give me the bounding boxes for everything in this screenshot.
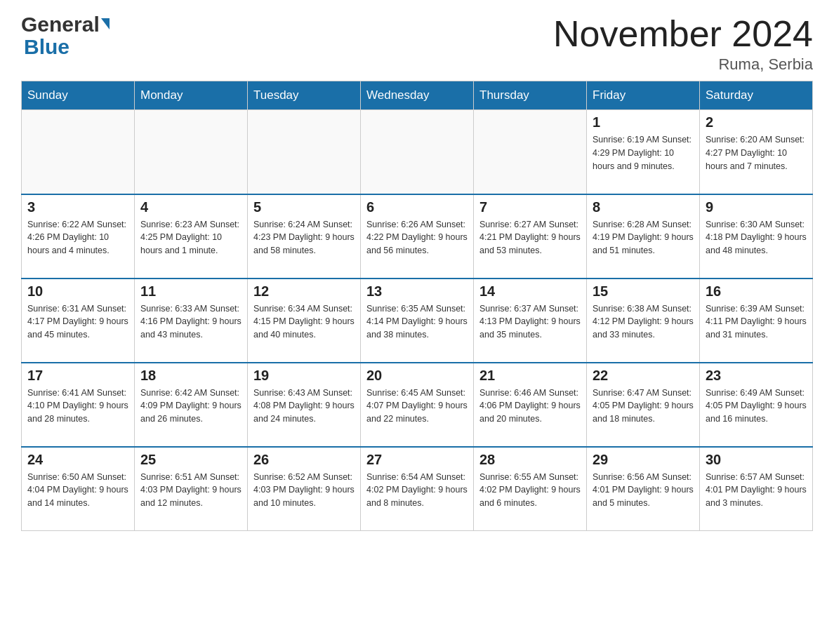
day-number: 21 <box>479 368 581 384</box>
day-number: 30 <box>706 452 807 468</box>
day-info: Sunrise: 6:45 AM Sunset: 4:07 PM Dayligh… <box>366 387 468 426</box>
day-info: Sunrise: 6:41 AM Sunset: 4:10 PM Dayligh… <box>27 387 128 426</box>
day-number: 6 <box>366 199 468 215</box>
calendar-week-2: 3Sunrise: 6:22 AM Sunset: 4:26 PM Daylig… <box>22 194 813 279</box>
day-info: Sunrise: 6:20 AM Sunset: 4:27 PM Dayligh… <box>706 133 807 173</box>
calendar-cell: 14Sunrise: 6:37 AM Sunset: 4:13 PM Dayli… <box>474 279 587 363</box>
day-number: 27 <box>366 452 468 468</box>
day-info: Sunrise: 6:49 AM Sunset: 4:05 PM Dayligh… <box>706 387 807 426</box>
day-info: Sunrise: 6:47 AM Sunset: 4:05 PM Dayligh… <box>593 387 694 426</box>
calendar-cell: 15Sunrise: 6:38 AM Sunset: 4:12 PM Dayli… <box>587 279 700 363</box>
day-info: Sunrise: 6:56 AM Sunset: 4:01 PM Dayligh… <box>593 471 694 510</box>
day-number: 10 <box>27 283 128 300</box>
day-info: Sunrise: 6:31 AM Sunset: 4:17 PM Dayligh… <box>27 302 128 342</box>
calendar-cell: 25Sunrise: 6:51 AM Sunset: 4:03 PM Dayli… <box>135 447 248 531</box>
calendar-cell: 1Sunrise: 6:19 AM Sunset: 4:29 PM Daylig… <box>587 110 700 194</box>
col-friday: Friday <box>587 81 700 110</box>
day-number: 13 <box>366 283 468 300</box>
day-number: 25 <box>140 452 241 468</box>
day-info: Sunrise: 6:51 AM Sunset: 4:03 PM Dayligh… <box>140 471 241 510</box>
col-monday: Monday <box>135 81 248 110</box>
day-number: 3 <box>27 199 128 215</box>
calendar-cell: 7Sunrise: 6:27 AM Sunset: 4:21 PM Daylig… <box>474 194 587 279</box>
calendar-cell: 4Sunrise: 6:23 AM Sunset: 4:25 PM Daylig… <box>135 194 248 279</box>
logo-general: General <box>21 14 110 35</box>
title-block: November 2024 Ruma, Serbia <box>553 14 813 74</box>
day-info: Sunrise: 6:28 AM Sunset: 4:19 PM Dayligh… <box>593 218 694 257</box>
calendar-cell: 16Sunrise: 6:39 AM Sunset: 4:11 PM Dayli… <box>700 279 813 363</box>
calendar-cell: 18Sunrise: 6:42 AM Sunset: 4:09 PM Dayli… <box>135 363 248 447</box>
day-number: 9 <box>706 199 807 215</box>
day-info: Sunrise: 6:38 AM Sunset: 4:12 PM Dayligh… <box>593 302 694 342</box>
day-number: 26 <box>253 452 355 468</box>
calendar-cell: 5Sunrise: 6:24 AM Sunset: 4:23 PM Daylig… <box>248 194 361 279</box>
day-info: Sunrise: 6:43 AM Sunset: 4:08 PM Dayligh… <box>253 387 355 426</box>
day-number: 15 <box>593 283 694 300</box>
day-info: Sunrise: 6:57 AM Sunset: 4:01 PM Dayligh… <box>706 471 807 510</box>
calendar-cell: 3Sunrise: 6:22 AM Sunset: 4:26 PM Daylig… <box>22 194 135 279</box>
calendar-cell: 13Sunrise: 6:35 AM Sunset: 4:14 PM Dayli… <box>361 279 474 363</box>
day-info: Sunrise: 6:54 AM Sunset: 4:02 PM Dayligh… <box>366 471 468 510</box>
calendar-cell: 26Sunrise: 6:52 AM Sunset: 4:03 PM Dayli… <box>248 447 361 531</box>
calendar-cell: 17Sunrise: 6:41 AM Sunset: 4:10 PM Dayli… <box>22 363 135 447</box>
day-info: Sunrise: 6:34 AM Sunset: 4:15 PM Dayligh… <box>253 302 355 342</box>
day-number: 2 <box>706 114 807 130</box>
calendar-table: Sunday Monday Tuesday Wednesday Thursday… <box>21 81 813 531</box>
page-header: General Blue November 2024 Ruma, Serbia <box>21 14 813 74</box>
day-info: Sunrise: 6:22 AM Sunset: 4:26 PM Dayligh… <box>27 218 128 257</box>
day-number: 17 <box>27 368 128 384</box>
day-info: Sunrise: 6:27 AM Sunset: 4:21 PM Dayligh… <box>479 218 581 257</box>
calendar-week-1: 1Sunrise: 6:19 AM Sunset: 4:29 PM Daylig… <box>22 110 813 194</box>
day-number: 29 <box>593 452 694 468</box>
col-tuesday: Tuesday <box>248 81 361 110</box>
day-number: 20 <box>366 368 468 384</box>
calendar-cell <box>22 110 135 194</box>
day-number: 22 <box>593 368 694 384</box>
day-number: 4 <box>140 199 241 215</box>
day-number: 18 <box>140 368 241 384</box>
calendar-week-5: 24Sunrise: 6:50 AM Sunset: 4:04 PM Dayli… <box>22 447 813 531</box>
day-info: Sunrise: 6:26 AM Sunset: 4:22 PM Dayligh… <box>366 218 468 257</box>
day-number: 5 <box>253 199 355 215</box>
calendar-cell: 29Sunrise: 6:56 AM Sunset: 4:01 PM Dayli… <box>587 447 700 531</box>
day-number: 16 <box>706 283 807 300</box>
day-info: Sunrise: 6:39 AM Sunset: 4:11 PM Dayligh… <box>706 302 807 342</box>
calendar-cell <box>361 110 474 194</box>
day-info: Sunrise: 6:23 AM Sunset: 4:25 PM Dayligh… <box>140 218 241 257</box>
calendar-cell: 9Sunrise: 6:30 AM Sunset: 4:18 PM Daylig… <box>700 194 813 279</box>
day-number: 23 <box>706 368 807 384</box>
calendar-cell: 2Sunrise: 6:20 AM Sunset: 4:27 PM Daylig… <box>700 110 813 194</box>
calendar-cell: 11Sunrise: 6:33 AM Sunset: 4:16 PM Dayli… <box>135 279 248 363</box>
col-wednesday: Wednesday <box>361 81 474 110</box>
location: Ruma, Serbia <box>553 55 813 74</box>
day-info: Sunrise: 6:42 AM Sunset: 4:09 PM Dayligh… <box>140 387 241 426</box>
logo: General Blue <box>21 14 110 59</box>
day-number: 7 <box>479 199 581 215</box>
calendar-cell: 8Sunrise: 6:28 AM Sunset: 4:19 PM Daylig… <box>587 194 700 279</box>
col-saturday: Saturday <box>700 81 813 110</box>
calendar-cell <box>135 110 248 194</box>
day-info: Sunrise: 6:33 AM Sunset: 4:16 PM Dayligh… <box>140 302 241 342</box>
calendar-cell: 23Sunrise: 6:49 AM Sunset: 4:05 PM Dayli… <box>700 363 813 447</box>
day-number: 19 <box>253 368 355 384</box>
day-number: 14 <box>479 283 581 300</box>
calendar-cell: 20Sunrise: 6:45 AM Sunset: 4:07 PM Dayli… <box>361 363 474 447</box>
day-number: 28 <box>479 452 581 468</box>
month-title: November 2024 <box>553 14 813 54</box>
days-of-week-row: Sunday Monday Tuesday Wednesday Thursday… <box>22 81 813 110</box>
day-info: Sunrise: 6:37 AM Sunset: 4:13 PM Dayligh… <box>479 302 581 342</box>
day-info: Sunrise: 6:46 AM Sunset: 4:06 PM Dayligh… <box>479 387 581 426</box>
calendar-cell: 24Sunrise: 6:50 AM Sunset: 4:04 PM Dayli… <box>22 447 135 531</box>
calendar-cell <box>474 110 587 194</box>
day-number: 11 <box>140 283 241 300</box>
day-info: Sunrise: 6:52 AM Sunset: 4:03 PM Dayligh… <box>253 471 355 510</box>
day-info: Sunrise: 6:35 AM Sunset: 4:14 PM Dayligh… <box>366 302 468 342</box>
calendar-cell: 22Sunrise: 6:47 AM Sunset: 4:05 PM Dayli… <box>587 363 700 447</box>
calendar-cell: 21Sunrise: 6:46 AM Sunset: 4:06 PM Dayli… <box>474 363 587 447</box>
logo-blue-text: Blue <box>24 35 70 59</box>
calendar-cell: 30Sunrise: 6:57 AM Sunset: 4:01 PM Dayli… <box>700 447 813 531</box>
day-info: Sunrise: 6:55 AM Sunset: 4:02 PM Dayligh… <box>479 471 581 510</box>
day-number: 24 <box>27 452 128 468</box>
calendar-cell: 19Sunrise: 6:43 AM Sunset: 4:08 PM Dayli… <box>248 363 361 447</box>
calendar-cell: 6Sunrise: 6:26 AM Sunset: 4:22 PM Daylig… <box>361 194 474 279</box>
